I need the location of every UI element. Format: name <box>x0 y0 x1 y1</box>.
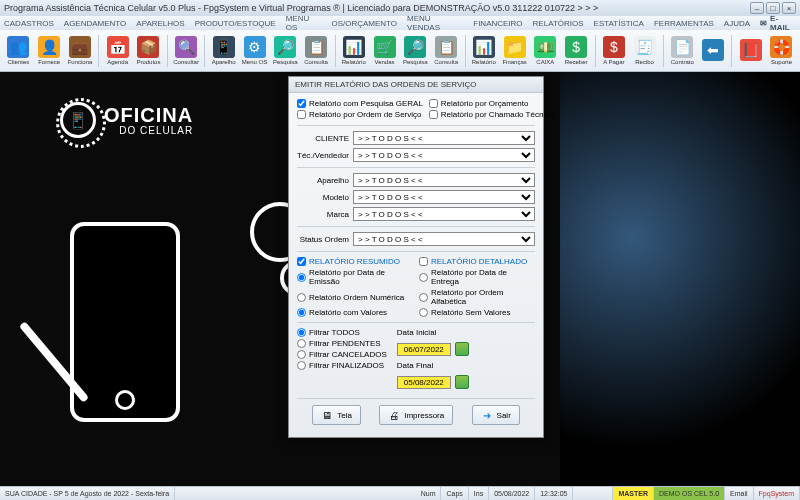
select-marca[interactable]: > > T O D O S < < <box>353 207 535 221</box>
select-modelo[interactable]: > > T O D O S < < <box>353 190 535 204</box>
toolbar-icon: $ <box>565 36 587 58</box>
radio-emissao[interactable]: Relatório por Data de Emissão <box>297 268 413 286</box>
radio-entrega[interactable]: Relatório por Data de Entrega <box>419 268 535 286</box>
menu-email[interactable]: ✉ E-MAIL <box>760 14 796 32</box>
toolbar-fornece[interactable]: 👤Fornece <box>35 32 64 70</box>
toolbar-icon: 📕 <box>740 39 762 61</box>
date-inicial-picker[interactable] <box>455 342 469 356</box>
radio-com-valores[interactable]: Relatório com Valores <box>297 308 413 317</box>
gear-logo-icon: 📱 <box>60 102 96 138</box>
menu-agendamento[interactable]: AGENDAMENTO <box>64 19 127 28</box>
radio-filtrar-pendentes[interactable]: Filtrar PENDENTES <box>297 339 387 348</box>
menu-os[interactable]: MENU OS <box>286 14 322 32</box>
toolbar-menu os[interactable]: ⚙Menu OS <box>240 32 269 70</box>
check-detalhado[interactable]: RELATÓRIO DETALHADO <box>419 257 535 266</box>
brand-logo: 📱 OFICINA DO CELULAR <box>60 102 193 138</box>
toolbar-icon: ⚙ <box>244 36 266 58</box>
toolbar-suporte[interactable]: 🛟Suporte <box>767 32 796 70</box>
sair-button[interactable]: ➜Sair <box>472 405 520 425</box>
toolbar-icon: 💼 <box>69 36 91 58</box>
check-orcamento[interactable]: Relatório por Orçamento <box>429 99 554 108</box>
status-num: Num <box>416 487 442 500</box>
toolbar-consulta[interactable]: 📋Consulta <box>432 32 461 70</box>
status-demo: DEMO OS CEL 5.0 <box>654 487 725 500</box>
window-titlebar: Programa Assistência Técnica Celular v5.… <box>0 0 800 16</box>
toolbar-finanças[interactable]: 📁Finanças <box>500 32 529 70</box>
toolbar-agenda[interactable]: 📅Agenda <box>103 32 132 70</box>
date-final-picker[interactable] <box>455 375 469 389</box>
status-caps: Caps <box>441 487 468 500</box>
toolbar-pesquisa[interactable]: 🔎Pesquisa <box>401 32 430 70</box>
radio-sem-valores[interactable]: Relatório Sem Valores <box>419 308 535 317</box>
toolbar-relatório[interactable]: 📊Relatório <box>469 32 498 70</box>
report-dialog: EMITIR RELATÓRIO DAS ORDENS DE SERVIÇO R… <box>288 76 544 438</box>
toolbar-caixa[interactable]: 💵CAIXA <box>531 32 560 70</box>
printer-icon: 🖨 <box>388 409 400 421</box>
close-button[interactable]: × <box>782 2 796 14</box>
minimize-button[interactable]: – <box>750 2 764 14</box>
main-toolbar: 👥Clientes👤Fornece💼Funciona📅Agenda📦Produt… <box>0 30 800 72</box>
toolbar-icon: 📊 <box>343 36 365 58</box>
menu-financeiro[interactable]: FINANCEIRO <box>473 19 522 28</box>
toolbar-contrato[interactable]: 📄Contrato <box>668 32 697 70</box>
toolbar-clientes[interactable]: 👥Clientes <box>4 32 33 70</box>
status-location: SUA CIDADE - SP 5 de Agosto de 2022 - Se… <box>0 487 175 500</box>
select-cliente[interactable]: > > T O D O S < < <box>353 131 535 145</box>
tela-button[interactable]: 🖥Tela <box>312 405 361 425</box>
radio-filtrar-todos[interactable]: Filtrar TODOS <box>297 328 387 337</box>
toolbar-icon: 📅 <box>107 36 129 58</box>
toolbar-icon: 📊 <box>473 36 495 58</box>
toolbar-consulta[interactable]: 📋Consulta <box>302 32 331 70</box>
toolbar-a pagar[interactable]: $A Pagar <box>599 32 628 70</box>
toolbar-icon: 📱 <box>213 36 235 58</box>
toolbar-produtos[interactable]: 📦Produtos <box>134 32 163 70</box>
radio-numerica[interactable]: Relatório Ordem Numérica <box>297 288 413 306</box>
menu-vendas[interactable]: MENU VENDAS <box>407 14 463 32</box>
check-chamado[interactable]: Relatório por Chamado Técnico <box>429 110 554 119</box>
toolbar-icon: $ <box>603 36 625 58</box>
toolbar-icon: 🔎 <box>274 36 296 58</box>
maximize-button[interactable]: □ <box>766 2 780 14</box>
date-final[interactable]: 05/08/2022 <box>397 376 451 389</box>
screen-icon: 🖥 <box>321 409 333 421</box>
status-email[interactable]: Email <box>725 487 754 500</box>
radio-alfabetica[interactable]: Relatório por Ordem Alfabética <box>419 288 535 306</box>
toolbar-icon: 🧾 <box>634 36 656 58</box>
toolbar-funciona[interactable]: 💼Funciona <box>66 32 95 70</box>
menu-orcamento[interactable]: OS/ORÇAMENTO <box>331 19 397 28</box>
date-inicial[interactable]: 06/07/2022 <box>397 343 451 356</box>
toolbar-btn22[interactable]: 📕 <box>736 32 765 70</box>
check-geral[interactable]: Relatório com Pesquisa GERAL <box>297 99 423 108</box>
radio-filtrar-finalizados[interactable]: Filtrar FINALIZADOS <box>297 361 387 370</box>
impressora-button[interactable]: 🖨Impressora <box>379 405 453 425</box>
check-ordem[interactable]: Relatório por Ordem de Serviço <box>297 110 423 119</box>
select-aparelho[interactable]: > > T O D O S < < <box>353 173 535 187</box>
toolbar-consultar[interactable]: 🔍Consultar <box>172 32 201 70</box>
phone-artwork <box>40 192 220 452</box>
toolbar-icon: 📋 <box>435 36 457 58</box>
toolbar-receber[interactable]: $Receber <box>562 32 591 70</box>
toolbar-aparelho[interactable]: 📱Aparelho <box>209 32 238 70</box>
menu-relatorios[interactable]: RELATÓRIOS <box>533 19 584 28</box>
status-fpq[interactable]: FpqSystem <box>754 487 800 500</box>
toolbar-relatório[interactable]: 📊Relatório <box>339 32 368 70</box>
toolbar-recibo[interactable]: 🧾Recibo <box>630 32 659 70</box>
toolbar-pesquisa[interactable]: 🔎Pesquisa <box>271 32 300 70</box>
select-status[interactable]: > > T O D O S < < <box>353 232 535 246</box>
statusbar: SUA CIDADE - SP 5 de Agosto de 2022 - Se… <box>0 486 800 500</box>
check-resumido[interactable]: RELATÓRIO RESUMIDO <box>297 257 413 266</box>
menu-estatistica[interactable]: ESTATÍSTICA <box>594 19 644 28</box>
menubar: CADASTROS AGENDAMENTO APARELHOS PRODUTO/… <box>0 16 800 30</box>
status-time: 12:32:05 <box>535 487 573 500</box>
menu-aparelhos[interactable]: APARELHOS <box>136 19 184 28</box>
radio-filtrar-cancelados[interactable]: Filtrar CANCELADOS <box>297 350 387 359</box>
menu-ferramentas[interactable]: FERRAMENTAS <box>654 19 714 28</box>
menu-ajuda[interactable]: AJUDA <box>724 19 750 28</box>
toolbar-vendas[interactable]: 🛒Vendas <box>370 32 399 70</box>
status-date: 05/08/2022 <box>489 487 535 500</box>
menu-cadastros[interactable]: CADASTROS <box>4 19 54 28</box>
toolbar-btn21[interactable]: ⬅ <box>699 32 728 70</box>
menu-produto[interactable]: PRODUTO/ESTOQUE <box>195 19 276 28</box>
select-tecnico[interactable]: > > T O D O S < < <box>353 148 535 162</box>
toolbar-icon: 👤 <box>38 36 60 58</box>
